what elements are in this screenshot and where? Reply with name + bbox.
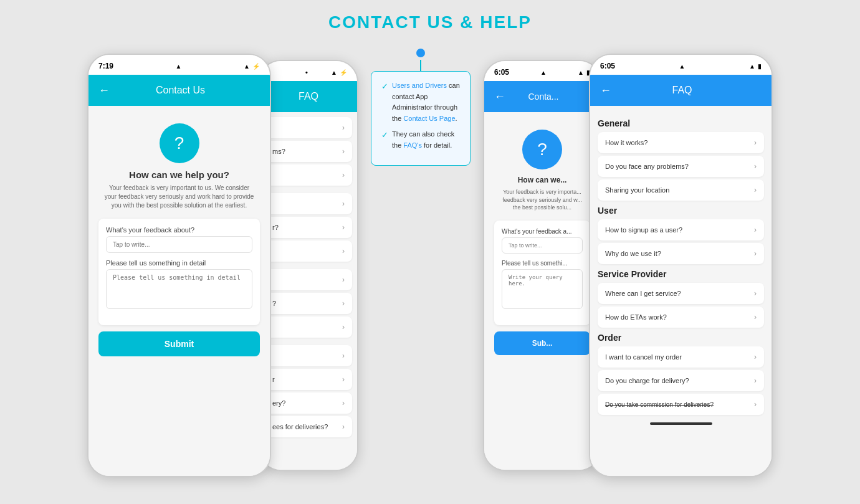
faq-item-b10[interactable]: Do you take commission for deliveries? ›	[598, 394, 764, 415]
feedback-label-1: What's your feedback about?	[106, 226, 252, 234]
callout-text-1: Users and Drivers can contact App Admini…	[392, 80, 460, 124]
chevron-icon-b8: ›	[754, 353, 757, 361]
back-button-4[interactable]: ←	[600, 84, 611, 97]
faq-item-b9[interactable]: Do you charge for delivery? ›	[598, 370, 764, 391]
faq-item-b4[interactable]: How to signup as a user? ›	[598, 219, 764, 240]
help-title-1: How can we help you?	[98, 169, 260, 180]
callout-line-2: ✓ They can also check the FAQ's for deta…	[381, 129, 460, 151]
contact-form-3: What's your feedback a... Please tell us…	[494, 221, 590, 325]
callout-section: ✓ Users and Drivers can contact App Admi…	[358, 47, 483, 178]
faq-section-user: User	[598, 206, 764, 216]
chevron-icon-t11: ›	[342, 375, 345, 384]
location-arrow-icon-1: ▲	[176, 63, 182, 70]
faq-item-b1[interactable]: How it works? ›	[598, 132, 764, 153]
faq-label-b6: Where can I get service?	[605, 290, 681, 297]
status-time-4: 6:05	[600, 62, 615, 70]
faq-item-t7[interactable]: ›	[265, 269, 352, 290]
wifi-icon-4: ▲	[749, 63, 755, 70]
faq-item-t8[interactable]: ? ›	[265, 293, 352, 314]
faq-header-blue: ← FAQ	[590, 75, 772, 106]
help-icon-3: ?	[522, 130, 562, 169]
detail-textarea-1[interactable]	[106, 269, 252, 309]
faq-item-t2[interactable]: ms? ›	[265, 141, 352, 162]
question-mark-icon-3: ?	[537, 140, 547, 159]
faq-item-b3[interactable]: Sharing your location ›	[598, 179, 764, 201]
chevron-icon-t9: ›	[342, 323, 345, 331]
faq-label-t12: ery?	[272, 399, 285, 407]
chevron-icon-b9: ›	[754, 376, 757, 385]
callout-line-1: ✓ Users and Drivers can contact App Admi…	[381, 80, 460, 124]
location-arrow-icon-4: ▲	[679, 63, 686, 70]
status-bar-3: 6:05 ▲ ▲ ▮	[484, 61, 600, 81]
faq-label-b7: How do ETAs work?	[605, 313, 667, 321]
page-title: CONTACT US & HELP	[328, 12, 532, 32]
faq-item-t9[interactable]: ›	[265, 316, 352, 338]
faq-label-b2: Do you face any problems?	[605, 163, 689, 170]
question-mark-icon-1: ?	[174, 133, 184, 153]
faq-item-b7[interactable]: How do ETAs work? ›	[598, 307, 764, 328]
submit-button-3[interactable]: Sub...	[494, 331, 590, 355]
feedback-input-1[interactable]	[106, 236, 252, 253]
contact-body-3: ? How can we... Your feedback is very im…	[484, 112, 600, 470]
header-title-1: Contact Us	[120, 85, 241, 96]
faq-label-b3: Sharing your location	[605, 186, 669, 194]
status-bar-2: • ▲ ⚡	[260, 61, 357, 81]
faq-item-t13[interactable]: ees for deliveries? ›	[265, 416, 352, 437]
detail-textarea-3[interactable]	[502, 269, 583, 309]
submit-button-1[interactable]: Submit	[98, 331, 260, 356]
help-title-3: How can we...	[494, 176, 590, 184]
header-title-3: Conta...	[515, 92, 571, 102]
status-time-1: 7:19	[98, 62, 113, 70]
faq-body-teal: › ms? › › › r? ›	[260, 112, 357, 470]
detail-label-3: Please tell us somethi...	[502, 260, 583, 267]
chevron-icon-t7: ›	[342, 275, 345, 284]
chevron-icon-t6: ›	[342, 247, 345, 255]
chevron-icon-b1: ›	[754, 138, 757, 147]
faq-label-b9: Do you charge for delivery?	[605, 377, 689, 384]
faq-title-teal: FAQ	[270, 91, 347, 102]
phone-faq-teal: • ▲ ⚡ FAQ › ms? ›	[259, 60, 358, 471]
faq-label-t2: ms?	[272, 148, 285, 155]
chevron-icon-b10: ›	[754, 400, 757, 409]
back-button-3[interactable]: ←	[494, 90, 505, 103]
faq-item-b2[interactable]: Do you face any problems? ›	[598, 156, 764, 177]
help-subtitle-1: Your feedback is very important to us. W…	[98, 184, 260, 210]
faq-section-order: Order	[598, 333, 764, 343]
feedback-input-3[interactable]	[502, 237, 583, 254]
status-bar-1: 7:19 ▲ ▲ ⚡	[88, 55, 270, 75]
wifi-icon-1: ▲	[244, 63, 250, 70]
faq-item-t3[interactable]: ›	[265, 164, 352, 186]
help-subtitle-3: Your feedback is very importa... feedbac…	[494, 188, 590, 212]
faq-label-b10: Do you take commission for deliveries?	[605, 401, 714, 408]
faq-item-t10[interactable]: ›	[265, 345, 352, 366]
faq-item-t11[interactable]: r ›	[265, 369, 352, 390]
chevron-icon-t1: ›	[342, 123, 345, 132]
contact-form-1: What's your feedback about? Please tell …	[98, 219, 260, 325]
faq-item-t5[interactable]: r? ›	[265, 217, 352, 238]
faq-label-b8: I want to cancel my order	[605, 353, 682, 361]
chevron-icon-t13: ›	[342, 422, 345, 431]
faq-item-t6[interactable]: ›	[265, 240, 352, 262]
faq-item-b8[interactable]: I want to cancel my order ›	[598, 346, 764, 368]
faq-section-service: Service Provider	[598, 269, 764, 279]
detail-label-1: Please tell us something in detail	[106, 259, 252, 267]
phone-contact-teal: 7:19 ▲ ▲ ⚡ ← Contact Us ? How can we hel…	[87, 54, 271, 477]
wifi-icon-3: ▲	[578, 69, 584, 76]
chevron-icon-t4: ›	[342, 199, 345, 208]
home-bar-4	[650, 422, 712, 425]
faq-item-t12[interactable]: ery? ›	[265, 392, 352, 414]
faq-item-b6[interactable]: Where can I get service? ›	[598, 283, 764, 304]
chevron-icon-b2: ›	[754, 162, 757, 171]
chevron-icon-t5: ›	[342, 223, 345, 232]
back-button-1[interactable]: ←	[98, 84, 110, 97]
contact-header-blue: ← Conta...	[484, 81, 600, 112]
callout-box: ✓ Users and Drivers can contact App Admi…	[371, 71, 471, 166]
faq-item-t1[interactable]: ›	[265, 117, 352, 138]
faq-item-t4[interactable]: ›	[265, 193, 352, 214]
faq-label-b4: How to signup as a user?	[605, 226, 682, 234]
battery-icon-2: ⚡	[340, 69, 347, 76]
chevron-icon-b5: ›	[754, 249, 757, 258]
faq-item-b5[interactable]: Why do we use it? ›	[598, 243, 764, 264]
contact-body-1: ? How can we help you? Your feedback is …	[88, 106, 270, 476]
chevron-icon-b7: ›	[754, 313, 757, 321]
